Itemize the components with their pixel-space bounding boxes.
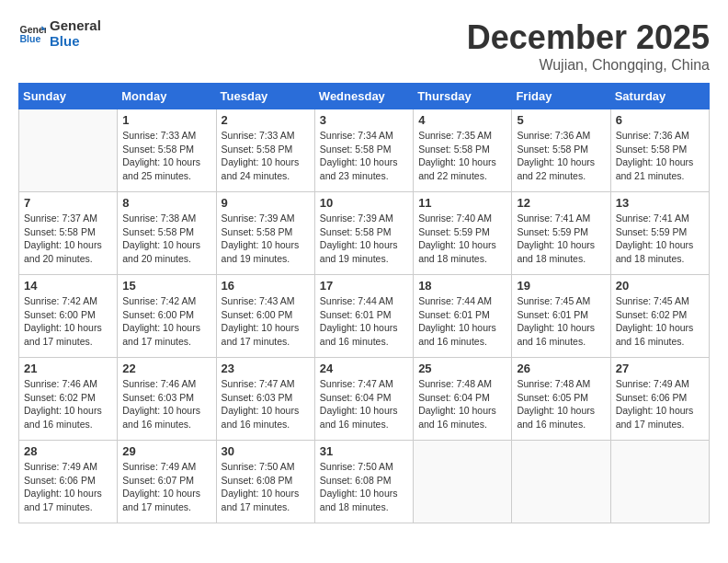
- day-info: Sunrise: 7:44 AM Sunset: 6:01 PM Dayligh…: [320, 294, 408, 349]
- calendar-cell: 22Sunrise: 7:46 AM Sunset: 6:03 PM Dayli…: [118, 358, 216, 441]
- day-number: 5: [517, 113, 605, 127]
- day-number: 6: [616, 113, 704, 127]
- calendar-cell: 20Sunrise: 7:45 AM Sunset: 6:02 PM Dayli…: [610, 275, 709, 358]
- day-info: Sunrise: 7:34 AM Sunset: 5:58 PM Dayligh…: [320, 129, 408, 183]
- day-info: Sunrise: 7:41 AM Sunset: 5:59 PM Dayligh…: [517, 212, 605, 266]
- calendar-cell: 4Sunrise: 7:35 AM Sunset: 5:58 PM Daylig…: [414, 109, 512, 192]
- day-info: Sunrise: 7:33 AM Sunset: 5:58 PM Dayligh…: [222, 129, 310, 183]
- weekday-header-saturday: Saturday: [610, 84, 709, 109]
- day-info: Sunrise: 7:39 AM Sunset: 5:58 PM Dayligh…: [222, 212, 310, 266]
- day-info: Sunrise: 7:50 AM Sunset: 6:08 PM Dayligh…: [222, 460, 310, 514]
- calendar-cell: 18Sunrise: 7:44 AM Sunset: 6:01 PM Dayli…: [414, 275, 512, 358]
- title-section: December 2025 Wujian, Chongqing, China: [467, 18, 710, 74]
- calendar-cell: 23Sunrise: 7:47 AM Sunset: 6:03 PM Dayli…: [216, 358, 314, 441]
- day-info: Sunrise: 7:36 AM Sunset: 5:58 PM Dayligh…: [616, 129, 704, 183]
- calendar-cell: 2Sunrise: 7:33 AM Sunset: 5:58 PM Daylig…: [216, 109, 314, 192]
- calendar-cell: 21Sunrise: 7:46 AM Sunset: 6:02 PM Dayli…: [19, 358, 118, 441]
- calendar-cell: 9Sunrise: 7:39 AM Sunset: 5:58 PM Daylig…: [216, 192, 314, 275]
- day-info: Sunrise: 7:48 AM Sunset: 6:04 PM Dayligh…: [418, 377, 506, 431]
- calendar-cell: [512, 441, 610, 523]
- day-number: 3: [320, 113, 408, 127]
- day-info: Sunrise: 7:33 AM Sunset: 5:58 PM Dayligh…: [122, 129, 210, 183]
- day-number: 29: [122, 444, 210, 458]
- day-number: 12: [517, 196, 605, 210]
- day-info: Sunrise: 7:47 AM Sunset: 6:03 PM Dayligh…: [222, 377, 310, 431]
- weekday-header-sunday: Sunday: [19, 84, 118, 109]
- day-info: Sunrise: 7:42 AM Sunset: 6:00 PM Dayligh…: [122, 294, 210, 349]
- day-number: 8: [122, 196, 210, 210]
- calendar-cell: 19Sunrise: 7:45 AM Sunset: 6:01 PM Dayli…: [512, 275, 610, 358]
- calendar-cell: 8Sunrise: 7:38 AM Sunset: 5:58 PM Daylig…: [118, 192, 216, 275]
- calendar-cell: 5Sunrise: 7:36 AM Sunset: 5:58 PM Daylig…: [512, 109, 610, 192]
- day-info: Sunrise: 7:49 AM Sunset: 6:07 PM Dayligh…: [122, 460, 210, 514]
- day-number: 16: [222, 279, 310, 293]
- calendar-cell: 1Sunrise: 7:33 AM Sunset: 5:58 PM Daylig…: [118, 109, 216, 192]
- calendar-cell: 30Sunrise: 7:50 AM Sunset: 6:08 PM Dayli…: [216, 441, 314, 523]
- calendar-cell: 12Sunrise: 7:41 AM Sunset: 5:59 PM Dayli…: [512, 192, 610, 275]
- weekday-header-monday: Monday: [118, 84, 216, 109]
- day-number: 14: [24, 279, 112, 293]
- day-info: Sunrise: 7:38 AM Sunset: 5:58 PM Dayligh…: [122, 212, 210, 266]
- day-info: Sunrise: 7:43 AM Sunset: 6:00 PM Dayligh…: [222, 294, 310, 349]
- day-info: Sunrise: 7:42 AM Sunset: 6:00 PM Dayligh…: [24, 294, 112, 349]
- day-number: 11: [418, 196, 506, 210]
- calendar-cell: 28Sunrise: 7:49 AM Sunset: 6:06 PM Dayli…: [19, 441, 118, 523]
- calendar-week-row: 1Sunrise: 7:33 AM Sunset: 5:58 PM Daylig…: [19, 109, 710, 192]
- day-number: 28: [24, 444, 112, 458]
- svg-text:Blue: Blue: [20, 33, 41, 44]
- day-number: 1: [122, 113, 210, 127]
- calendar-cell: 7Sunrise: 7:37 AM Sunset: 5:58 PM Daylig…: [19, 192, 118, 275]
- day-number: 27: [616, 362, 704, 375]
- calendar-cell: 31Sunrise: 7:50 AM Sunset: 6:08 PM Dayli…: [314, 441, 413, 523]
- calendar-cell: [19, 109, 118, 192]
- day-info: Sunrise: 7:36 AM Sunset: 5:58 PM Dayligh…: [517, 129, 605, 183]
- day-info: Sunrise: 7:48 AM Sunset: 6:05 PM Dayligh…: [517, 377, 605, 431]
- day-info: Sunrise: 7:47 AM Sunset: 6:04 PM Dayligh…: [320, 377, 408, 431]
- day-info: Sunrise: 7:49 AM Sunset: 6:06 PM Dayligh…: [24, 460, 112, 514]
- day-number: 18: [418, 279, 506, 293]
- logo-line1: General: [50, 18, 101, 34]
- calendar-cell: 13Sunrise: 7:41 AM Sunset: 5:59 PM Dayli…: [610, 192, 709, 275]
- day-number: 10: [320, 196, 408, 210]
- calendar-cell: [414, 441, 512, 523]
- day-info: Sunrise: 7:39 AM Sunset: 5:58 PM Dayligh…: [320, 212, 408, 266]
- calendar-cell: 3Sunrise: 7:34 AM Sunset: 5:58 PM Daylig…: [314, 109, 413, 192]
- day-number: 9: [222, 196, 310, 210]
- day-number: 20: [616, 279, 704, 293]
- calendar-cell: 17Sunrise: 7:44 AM Sunset: 6:01 PM Dayli…: [314, 275, 413, 358]
- day-number: 13: [616, 196, 704, 210]
- calendar-week-row: 7Sunrise: 7:37 AM Sunset: 5:58 PM Daylig…: [19, 192, 710, 275]
- day-info: Sunrise: 7:49 AM Sunset: 6:06 PM Dayligh…: [616, 377, 704, 431]
- weekday-header-row: SundayMondayTuesdayWednesdayThursdayFrid…: [19, 84, 710, 109]
- day-info: Sunrise: 7:46 AM Sunset: 6:03 PM Dayligh…: [122, 377, 210, 431]
- weekday-header-tuesday: Tuesday: [216, 84, 314, 109]
- day-number: 24: [320, 362, 408, 375]
- day-number: 25: [418, 362, 506, 375]
- calendar-cell: 6Sunrise: 7:36 AM Sunset: 5:58 PM Daylig…: [610, 109, 709, 192]
- calendar-cell: 15Sunrise: 7:42 AM Sunset: 6:00 PM Dayli…: [118, 275, 216, 358]
- weekday-header-friday: Friday: [512, 84, 610, 109]
- day-number: 23: [222, 362, 310, 375]
- calendar-title: December 2025: [467, 18, 710, 57]
- calendar-cell: [610, 441, 709, 523]
- day-number: 26: [517, 362, 605, 375]
- calendar-week-row: 28Sunrise: 7:49 AM Sunset: 6:06 PM Dayli…: [19, 441, 710, 523]
- calendar-cell: 11Sunrise: 7:40 AM Sunset: 5:59 PM Dayli…: [414, 192, 512, 275]
- day-info: Sunrise: 7:46 AM Sunset: 6:02 PM Dayligh…: [24, 377, 112, 431]
- logo: General Blue General Blue: [18, 18, 101, 49]
- weekday-header-wednesday: Wednesday: [314, 84, 413, 109]
- day-number: 22: [122, 362, 210, 375]
- day-info: Sunrise: 7:35 AM Sunset: 5:58 PM Dayligh…: [418, 129, 506, 183]
- calendar-cell: 29Sunrise: 7:49 AM Sunset: 6:07 PM Dayli…: [118, 441, 216, 523]
- day-info: Sunrise: 7:40 AM Sunset: 5:59 PM Dayligh…: [418, 212, 506, 266]
- day-info: Sunrise: 7:45 AM Sunset: 6:02 PM Dayligh…: [616, 294, 704, 349]
- day-number: 31: [320, 444, 408, 458]
- calendar-cell: 27Sunrise: 7:49 AM Sunset: 6:06 PM Dayli…: [610, 358, 709, 441]
- day-info: Sunrise: 7:41 AM Sunset: 5:59 PM Dayligh…: [616, 212, 704, 266]
- calendar-subtitle: Wujian, Chongqing, China: [467, 57, 710, 74]
- day-number: 15: [122, 279, 210, 293]
- weekday-header-thursday: Thursday: [414, 84, 512, 109]
- calendar-cell: 24Sunrise: 7:47 AM Sunset: 6:04 PM Dayli…: [314, 358, 413, 441]
- day-number: 2: [222, 113, 310, 127]
- calendar-table: SundayMondayTuesdayWednesdayThursdayFrid…: [18, 83, 710, 523]
